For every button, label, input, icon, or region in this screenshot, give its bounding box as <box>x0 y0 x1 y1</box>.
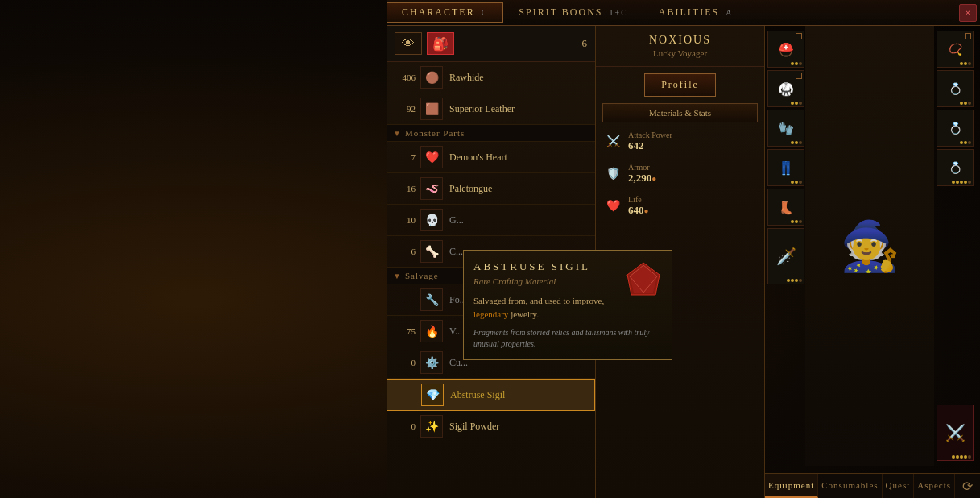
bag-icon: 🎒 <box>432 36 449 52</box>
tab-spirit-boons[interactable]: SPIRIT BOONS 1+C <box>503 2 643 23</box>
stat-row-life: ❤️ Life 640● <box>596 190 764 222</box>
item-icon: 🟫 <box>420 98 443 120</box>
list-item[interactable]: 10 💀 G... <box>387 205 595 236</box>
section-title: Monster Parts <box>405 128 465 138</box>
tooltip-gem-icon <box>623 259 664 299</box>
tab-character-key: C <box>482 8 489 17</box>
ring1-slot[interactable]: 💍 <box>937 70 974 107</box>
list-item[interactable]: 0 ✨ Sigil Powder <box>387 411 595 442</box>
weapon-slot[interactable]: 🗡️ <box>767 228 804 284</box>
eye-icon: 👁 <box>402 36 415 51</box>
item-icon: ⚙️ <box>420 351 443 374</box>
tab-aspects-label: Aspects <box>917 480 951 490</box>
refresh-icon: ⟳ <box>962 479 973 494</box>
inventory-tab-bag[interactable]: 🎒 <box>427 32 454 55</box>
item-count: 16 <box>393 184 416 193</box>
profile-button[interactable]: Profile <box>644 73 716 97</box>
item-icon: 💎 <box>421 384 444 406</box>
item-count: 6 <box>393 247 416 256</box>
list-item[interactable]: 406 🟤 Rawhide <box>387 62 595 93</box>
item-name: Demon's Heart <box>449 151 589 164</box>
refresh-button[interactable]: ⟳ <box>955 474 980 498</box>
abstruse-sigil-tooltip: ABSTRUSE SIGIL Rare Crafting Material Sa… <box>463 250 672 360</box>
character-name: NOXIOUS <box>604 34 756 47</box>
boots-slot[interactable]: 👢 <box>767 189 804 226</box>
list-item[interactable]: 92 🟫 Superior Leather <box>387 93 595 125</box>
list-item[interactable]: 16 🪱 Paletongue <box>387 173 595 205</box>
item-name: Rawhide <box>449 72 589 84</box>
armor-stat-info: Armor 2,290● <box>628 163 756 185</box>
armor-value: 2,290● <box>628 172 756 185</box>
gloves-slot[interactable]: 🧤 <box>767 110 804 147</box>
tooltip-legendary-text: legendary <box>473 309 508 319</box>
helm-slot[interactable]: ⛑️ <box>767 31 804 68</box>
life-note: ● <box>644 206 649 215</box>
tab-consumables[interactable]: Consumables <box>818 474 882 498</box>
ring2-slot[interactable]: 💍 <box>937 110 974 147</box>
tab-quest[interactable]: Quest <box>883 474 915 498</box>
armor-note: ● <box>651 174 656 183</box>
tab-spirit-boons-label: SPIRIT BOONS <box>519 6 602 18</box>
offhand-icon: ⚔️ <box>945 423 966 442</box>
materials-stats-button[interactable]: Materials & Stats <box>602 103 758 122</box>
item-count: 92 <box>393 104 416 114</box>
ring1-icon: 💍 <box>949 82 962 96</box>
equipment-slots-right: 📿 💍 💍 💍 ⚔️ <box>934 26 974 466</box>
item-icon: ❤️ <box>420 146 443 168</box>
life-icon: ❤️ <box>604 197 622 215</box>
list-item[interactable]: 7 ❤️ Demon's Heart <box>387 142 595 173</box>
tab-character[interactable]: CHARACTER C <box>387 2 503 23</box>
character-class: Lucky Voyager <box>604 48 756 58</box>
amulet-icon: 📿 <box>949 43 962 56</box>
tab-equipment[interactable]: Equipment <box>765 474 818 498</box>
item-count: 10 <box>393 215 416 225</box>
section-header-monster-parts: ▼ Monster Parts <box>387 125 595 142</box>
character-model: 🧙 <box>840 218 900 275</box>
gloves-icon: 🧤 <box>778 121 794 136</box>
legs-slot[interactable]: 👖 <box>767 149 804 186</box>
item-count: 75 <box>393 326 416 336</box>
inventory-count: 6 <box>582 37 588 50</box>
attack-stat-info: Attack Power 642 <box>628 131 756 152</box>
item-name: Superior Leather <box>449 103 589 115</box>
stat-row-armor: 🛡️ Armor 2,290● <box>596 158 764 190</box>
item-icon: 🪱 <box>420 177 443 200</box>
inventory-tab-eye[interactable]: 👁 <box>395 32 422 55</box>
tab-character-label: CHARACTER <box>402 6 475 18</box>
tab-abilities[interactable]: ABILITIES A <box>643 2 749 23</box>
chevron-down-icon: ▼ <box>393 272 401 280</box>
armor-label: Armor <box>628 163 756 172</box>
tab-aspects[interactable]: Aspects <box>914 474 955 498</box>
tab-consumables-label: Consumables <box>821 480 878 490</box>
tab-equipment-label: Equipment <box>768 480 814 490</box>
amulet-slot[interactable]: 📿 <box>937 31 974 68</box>
attack-label: Attack Power <box>628 131 756 139</box>
chest-slot[interactable]: 🥋 <box>767 70 804 107</box>
character-header: NOXIOUS Lucky Voyager <box>596 26 764 67</box>
ring3-slot[interactable]: 💍 <box>937 149 974 186</box>
tooltip-extra-text: Fragments from storied relics and talism… <box>473 327 662 350</box>
item-icon: 💀 <box>420 209 443 231</box>
boots-icon: 👢 <box>778 200 794 215</box>
tooltip-body-text: Salvaged from, and used to improve, <box>473 296 604 305</box>
tab-abilities-key: A <box>726 8 733 17</box>
inventory-tab-bar: 👁 🎒 6 <box>387 26 595 62</box>
stat-row-attack: ⚔️ Attack Power 642 <box>596 126 764 158</box>
equipment-slots-left: ⛑️ 🥋 🧤 👖 👢 🗡️ <box>765 26 805 466</box>
list-item-abstruse-sigil[interactable]: 💎 Abstruse Sigil <box>387 379 595 411</box>
item-name: G... <box>449 214 589 226</box>
item-count: 7 <box>393 152 416 162</box>
legs-icon: 👖 <box>778 160 794 176</box>
tab-abilities-label: ABILITIES <box>659 6 719 18</box>
offhand-slot[interactable]: ⚔️ <box>937 405 974 461</box>
ring2-icon: 💍 <box>949 122 962 135</box>
item-count: 0 <box>393 358 416 367</box>
close-button[interactable]: × <box>959 4 977 22</box>
item-name: Abstruse Sigil <box>450 389 588 401</box>
character-model-area: 🧙 <box>805 26 934 466</box>
item-icon: 🦴 <box>420 240 443 263</box>
item-icon: 🔧 <box>420 288 443 311</box>
item-icon: 🟤 <box>420 66 443 89</box>
tooltip-body2: jewelry. <box>511 309 539 319</box>
armor-icon: 🛡️ <box>604 165 622 183</box>
